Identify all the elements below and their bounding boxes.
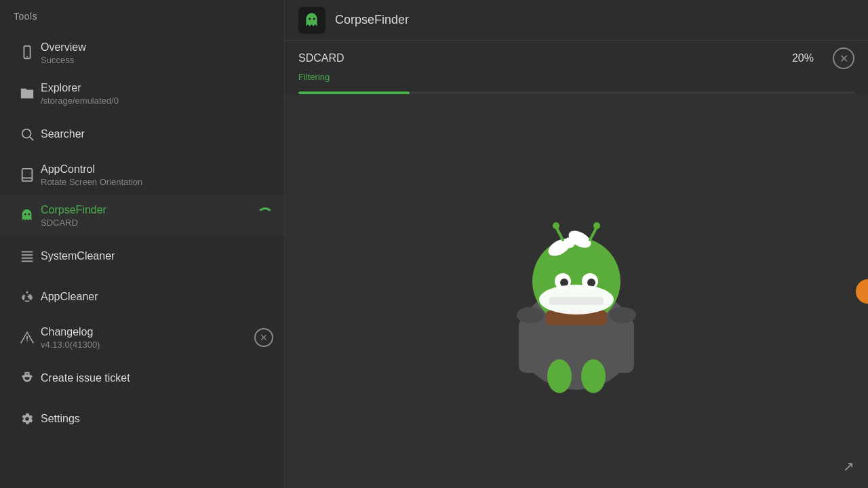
sidebar-item-corpsefinder[interactable]: CorpseFinder SDCARD [0, 195, 284, 236]
sidebar-item-searcher[interactable]: Searcher [0, 114, 284, 155]
explorer-subtitle: /storage/emulated/0 [41, 96, 271, 106]
progress-top: SDCARD 20% ✕ Filtering [298, 47, 854, 87]
overview-text: Overview Success [41, 41, 271, 65]
svg-point-7 [28, 214, 30, 216]
gear-icon [14, 411, 41, 426]
appcleaner-text: AppCleaner [41, 291, 271, 303]
changelog-subtitle: v4.13.0(41300) [41, 340, 271, 350]
svg-rect-11 [22, 260, 33, 262]
changelog-title: Changelog [41, 326, 271, 338]
svg-point-14 [24, 372, 26, 373]
create-issue-title: Create issue ticket [41, 372, 271, 384]
svg-rect-4 [22, 169, 33, 181]
corpsefinder-text: CorpseFinder SDCARD [41, 204, 271, 228]
phone-icon [14, 45, 41, 60]
svg-rect-32 [549, 297, 604, 305]
sidebar-item-overview[interactable]: Overview Success [0, 33, 284, 73]
warning-icon [14, 330, 41, 345]
systemcleaner-text: SystemCleaner [41, 250, 271, 262]
svg-rect-9 [22, 254, 33, 256]
searcher-text: Searcher [41, 128, 271, 140]
svg-point-28 [517, 307, 544, 323]
appcleaner-title: AppCleaner [41, 291, 271, 303]
progress-section: SDCARD 20% ✕ Filtering [285, 41, 868, 94]
svg-line-35 [556, 227, 563, 240]
sidebar-item-create-issue[interactable]: Create issue ticket [0, 358, 284, 399]
mascot-area [285, 94, 868, 488]
android-mascot [481, 183, 671, 400]
sdcard-label: SDCARD [298, 52, 344, 64]
progress-percent: 20% [792, 52, 814, 64]
folder-icon [14, 86, 41, 101]
svg-point-33 [547, 359, 572, 393]
create-issue-text: Create issue ticket [41, 372, 271, 384]
svg-line-36 [590, 227, 597, 240]
explorer-title: Explorer [41, 82, 271, 94]
sidebar-item-appcontrol[interactable]: AppControl Rotate Screen Orientation [0, 155, 284, 195]
overview-subtitle: Success [41, 55, 271, 65]
settings-text: Settings [41, 413, 271, 425]
search-icon [14, 127, 41, 142]
bug-icon [14, 371, 41, 386]
svg-point-15 [28, 372, 30, 373]
sidebar-item-explorer[interactable]: Explorer /storage/emulated/0 [0, 73, 284, 114]
svg-point-1 [26, 56, 28, 58]
close-button[interactable]: ✕ [833, 47, 854, 69]
svg-rect-10 [22, 258, 33, 259]
svg-rect-19 [519, 319, 634, 373]
cursor-indicator: ↗ [843, 458, 854, 474]
appcontrol-subtitle: Rotate Screen Orientation [41, 177, 271, 187]
sidebar-item-systemcleaner[interactable]: SystemCleaner [0, 236, 284, 277]
svg-point-16 [309, 18, 311, 20]
changelog-close-badge[interactable]: ✕ [254, 328, 273, 347]
sidebar-item-appcleaner[interactable]: AppCleaner [0, 277, 284, 317]
explorer-text: Explorer /storage/emulated/0 [41, 82, 271, 106]
svg-point-29 [609, 307, 636, 323]
svg-line-3 [30, 137, 33, 140]
svg-point-23 [564, 237, 575, 248]
svg-point-34 [581, 359, 606, 393]
filtering-label: Filtering [298, 72, 854, 82]
svg-point-13 [26, 340, 28, 342]
svg-point-17 [313, 18, 315, 20]
sidebar-header: Tools [0, 0, 284, 33]
loading-spinner [257, 207, 273, 224]
svg-point-37 [553, 222, 559, 229]
searcher-title: Searcher [41, 128, 271, 140]
app-title: CorpseFinder [335, 13, 409, 27]
systemcleaner-title: SystemCleaner [41, 250, 271, 262]
appcontrol-title: AppControl [41, 163, 271, 176]
changelog-text: Changelog v4.13.0(41300) [41, 326, 271, 350]
svg-rect-12 [26, 336, 28, 340]
list-icon [14, 249, 41, 264]
settings-title: Settings [41, 413, 271, 425]
app-icon-ghost [298, 7, 326, 34]
main-header: CorpseFinder [285, 0, 868, 41]
overview-title: Overview [41, 41, 271, 54]
sidebar-item-changelog[interactable]: Changelog v4.13.0(41300) ✕ [0, 317, 284, 358]
svg-rect-8 [22, 251, 33, 253]
appcontrol-text: AppControl Rotate Screen Orientation [41, 163, 271, 187]
sidebar: Tools Overview Success Explorer /storage… [0, 0, 285, 488]
ghost-icon [14, 208, 41, 223]
corpsefinder-title: CorpseFinder [41, 204, 271, 216]
svg-point-2 [22, 129, 31, 138]
sidebar-item-settings[interactable]: Settings [0, 399, 284, 439]
svg-point-38 [593, 222, 600, 229]
main-content: CorpseFinder SDCARD 20% ✕ Filtering [285, 0, 868, 488]
svg-point-6 [24, 214, 26, 216]
recycle-icon [14, 289, 41, 304]
orange-accent-circle [856, 279, 868, 304]
tablet-icon [14, 167, 41, 182]
corpsefinder-subtitle: SDCARD [41, 218, 271, 228]
